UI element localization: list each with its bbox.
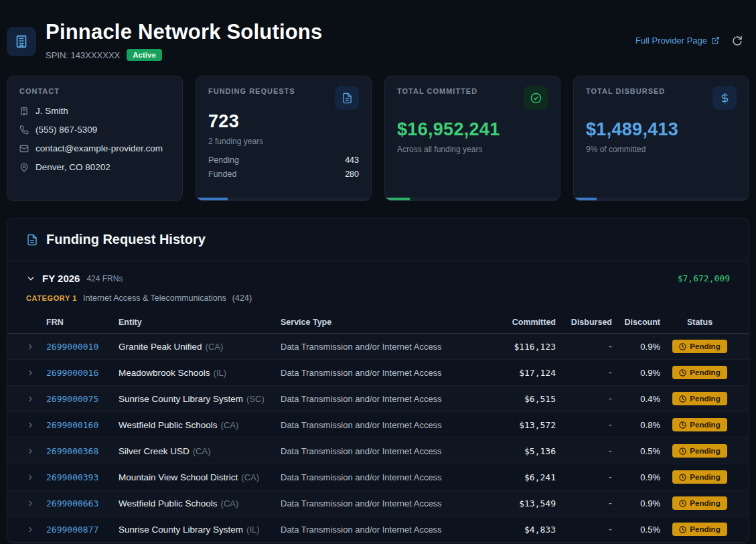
frn-link[interactable]: 2699000075 <box>46 394 119 404</box>
entity-name: Sunrise County Library System <box>119 394 243 404</box>
pending-status-badge: Pending <box>672 366 727 379</box>
row-expand-icon[interactable] <box>26 395 46 403</box>
row-expand-icon[interactable] <box>26 368 46 377</box>
pending-status-badge: Pending <box>672 392 727 405</box>
col-header-entity: Entity <box>119 318 281 327</box>
entity-state: (CA) <box>206 342 224 352</box>
dollar-icon <box>712 86 737 110</box>
status-badge: Active <box>127 49 162 61</box>
discount-cell: 0.5% <box>612 446 660 456</box>
table-row[interactable]: 2699000010 Granite Peak Unified(CA) Data… <box>7 334 749 360</box>
disbursed-cell: - <box>556 340 612 352</box>
funding-request-history-panel: Funding Request History FY 2026 424 FRNs… <box>7 218 749 543</box>
refresh-button[interactable] <box>732 36 743 46</box>
contact-location: Denver, CO 80202 <box>35 162 110 172</box>
pending-status-badge: Pending <box>672 496 727 510</box>
frn-link[interactable]: 2699000877 <box>46 525 119 535</box>
committed-cell: $6,515 <box>481 394 556 404</box>
frn-link[interactable]: 2699000663 <box>46 498 119 508</box>
contact-building-icon <box>19 107 29 116</box>
entity-name: Westfield Public Schools <box>119 420 218 430</box>
service-type-cell: Data Transmission and/or Internet Access <box>281 420 481 430</box>
row-expand-icon[interactable] <box>26 447 46 456</box>
entity-cell: Westfield Public Schools(CA) <box>119 498 281 508</box>
entity-cell: Meadowbrook Schools(IL) <box>119 368 281 378</box>
discount-cell: 0.9% <box>612 498 660 508</box>
entity-name: Sunrise County Library System <box>119 525 243 535</box>
fy-2026-group-toggle[interactable]: FY 2026 424 FRNs $7,672,009 <box>7 261 749 288</box>
pending-status-badge: Pending <box>672 444 727 458</box>
committed-cell: $13,549 <box>481 498 556 508</box>
entity-name: Westfield Public Schools <box>119 498 218 508</box>
total-disbursed-card: TOTAL DISBURSED $1,489,413 9% of committ… <box>573 76 749 201</box>
committed-cell: $4,833 <box>481 525 556 535</box>
disbursed-cell: - <box>556 393 612 405</box>
discount-cell: 0.9% <box>612 368 660 378</box>
total-committed-progress-bar <box>385 198 560 200</box>
entity-name: Silver Creek USD <box>119 446 190 456</box>
contact-location-row: Denver, CO 80202 <box>19 162 170 172</box>
row-expand-icon[interactable] <box>26 525 46 534</box>
entity-state: (CA) <box>221 420 239 430</box>
table-header-row: FRN Entity Service Type Committed Disbur… <box>7 311 749 334</box>
service-type-cell: Data Transmission and/or Internet Access <box>281 498 481 508</box>
page-header: Pinnacle Network Solutions SPIN: 143XXXX… <box>0 0 756 70</box>
table-row[interactable]: 2699000663 Westfield Public Schools(CA) … <box>7 490 749 517</box>
clock-icon <box>679 369 686 377</box>
total-disbursed-subtext: 9% of committed <box>586 145 737 154</box>
row-expand-icon[interactable] <box>26 473 46 482</box>
table-row[interactable]: 2699000877 Sunrise County Library System… <box>7 517 749 543</box>
mail-icon <box>19 144 29 153</box>
document-icon <box>335 86 359 110</box>
status-text: Pending <box>690 342 720 350</box>
total-disbursed-label: TOTAL DISBURSED <box>586 87 665 95</box>
summary-cards: CONTACT J. Smith (555) 867-5309 <box>7 76 749 201</box>
clock-icon <box>679 500 686 507</box>
phone-icon <box>19 125 29 135</box>
contact-card: CONTACT J. Smith (555) 867-5309 <box>7 76 183 201</box>
chevron-down-icon <box>26 274 35 283</box>
pending-value: 443 <box>345 155 359 165</box>
contact-name: J. Smith <box>35 106 68 116</box>
frn-link[interactable]: 2699000368 <box>46 446 119 456</box>
committed-cell: $116,123 <box>481 342 556 352</box>
entity-cell: Mountain View School District(CA) <box>119 472 281 482</box>
funding-requests-progress-bar <box>196 198 371 200</box>
entity-name: Meadowbrook Schools <box>119 368 210 378</box>
table-row[interactable]: 2699000160 Westfield Public Schools(CA) … <box>7 412 749 438</box>
entity-cell: Granite Peak Unified(CA) <box>119 342 281 352</box>
table-row[interactable]: 2699000075 Sunrise County Library System… <box>7 386 749 412</box>
entity-state: (SC) <box>246 394 264 404</box>
frn-link[interactable]: 2699000160 <box>46 420 119 430</box>
external-link-icon <box>711 36 720 45</box>
status-text: Pending <box>690 473 720 481</box>
full-provider-page-link[interactable]: Full Provider Page <box>635 36 720 46</box>
entity-cell: Sunrise County Library System(SC) <box>119 394 281 404</box>
service-type-cell: Data Transmission and/or Internet Access <box>281 525 481 535</box>
frn-link[interactable]: 2699000010 <box>46 342 119 352</box>
status-text: Pending <box>690 421 720 429</box>
table-row[interactable]: 2699000368 Silver Creek USD(CA) Data Tra… <box>7 438 749 464</box>
status-text: Pending <box>690 447 720 455</box>
clock-icon <box>679 474 686 481</box>
row-expand-icon[interactable] <box>26 499 46 508</box>
total-committed-card: TOTAL COMMITTED $16,952,241 Across all f… <box>384 76 560 201</box>
row-expand-icon[interactable] <box>26 342 46 351</box>
table-row[interactable]: 2699000393 Mountain View School District… <box>7 464 749 490</box>
frn-link[interactable]: 2699000016 <box>46 368 119 378</box>
col-header-committed: Committed <box>481 318 556 327</box>
entity-cell: Westfield Public Schools(CA) <box>119 420 281 430</box>
frn-link[interactable]: 2699000393 <box>46 472 119 482</box>
funding-requests-card: FUNDING REQUESTS 723 2 funding years Pen… <box>196 76 372 201</box>
category-label: CATEGORY 1 <box>26 294 77 302</box>
clock-icon <box>679 395 686 403</box>
row-expand-icon[interactable] <box>26 421 46 429</box>
table-row[interactable]: 2699000016 Meadowbrook Schools(IL) Data … <box>7 360 749 386</box>
status-text: Pending <box>690 499 720 507</box>
pending-status-badge: Pending <box>672 340 727 353</box>
entity-cell: Sunrise County Library System(IL) <box>119 525 281 535</box>
entity-cell: Silver Creek USD(CA) <box>119 446 281 456</box>
contact-name-row: J. Smith <box>19 106 170 116</box>
service-type-cell: Data Transmission and/or Internet Access <box>281 368 481 378</box>
entity-state: (CA) <box>241 472 259 482</box>
